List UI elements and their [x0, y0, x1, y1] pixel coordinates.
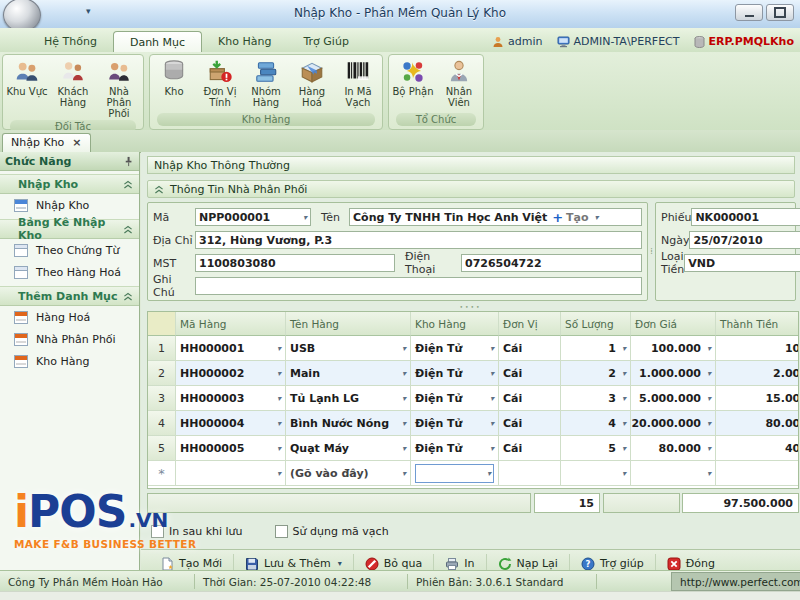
close-tab-icon[interactable]: ×: [72, 137, 81, 148]
cell-don-gia[interactable]: 1.000.000: [631, 361, 716, 386]
dropdown-icon[interactable]: [487, 419, 494, 428]
cell-don-vi[interactable]: Cái: [499, 361, 561, 386]
dropdown-icon[interactable]: [399, 369, 406, 378]
cell-ten-hang[interactable]: (Gõ vào đây): [286, 461, 411, 486]
cell-kho-hang-editor[interactable]: [411, 461, 499, 486]
cell-kho-hang[interactable]: Điện Tử: [411, 411, 499, 436]
dropdown-icon[interactable]: [484, 469, 491, 478]
address-field[interactable]: [195, 231, 642, 249]
dropdown-icon[interactable]: [704, 444, 711, 453]
cell-so-luong[interactable]: 3: [561, 386, 631, 411]
cell-ten-hang[interactable]: Quạt Máy: [286, 436, 411, 461]
tab-he-thong[interactable]: Hệ Thống: [28, 31, 113, 52]
sidebar-item-kho-hang[interactable]: Kho Hàng: [0, 350, 139, 372]
cell-so-luong[interactable]: [561, 461, 631, 486]
status-url[interactable]: http://www.perfect.com.vn: [671, 572, 800, 591]
sidebar-item-nhap-kho[interactable]: Nhập Kho: [0, 194, 139, 216]
new-row-indicator[interactable]: *: [148, 461, 176, 486]
cell-so-luong[interactable]: 5: [561, 436, 631, 461]
date-field[interactable]: [689, 231, 800, 249]
active-cell-editor[interactable]: [415, 464, 494, 483]
column-header-ma-hang[interactable]: Mã Hàng: [176, 312, 286, 336]
supplier-name-field[interactable]: Công Ty TNHH Tin Học Anh Việt + Tạo: [349, 208, 642, 226]
collapse-chevron-icon[interactable]: [123, 180, 133, 189]
dropdown-icon[interactable]: [619, 444, 626, 453]
cell-thanh-tien[interactable]: 400.000: [716, 436, 799, 461]
dropdown-icon[interactable]: [487, 369, 494, 378]
cell-don-gia[interactable]: 80.000: [631, 436, 716, 461]
cell-thanh-tien[interactable]: 15.000.000: [716, 386, 799, 411]
dropdown-icon[interactable]: [300, 213, 307, 222]
dropdown-icon[interactable]: [592, 213, 599, 222]
cell-ma-hang[interactable]: HH000001: [176, 336, 286, 361]
cell-ten-hang[interactable]: Tủ Lạnh LG: [286, 386, 411, 411]
minimize-button[interactable]: [735, 4, 763, 21]
sidebar-item-theo-chung-tu[interactable]: Theo Chứng Từ: [0, 239, 139, 261]
cell-ma-hang[interactable]: HH000002: [176, 361, 286, 386]
vertical-splitter[interactable]: ⁞: [648, 202, 655, 301]
cell-don-vi[interactable]: Cái: [499, 436, 561, 461]
ribbon-button-nha-phan-phoi[interactable]: Nhà Phân Phối: [96, 56, 142, 119]
sidebar-section-bang-ke-nhap-kho[interactable]: Bảng Kê Nhập Kho: [0, 219, 139, 239]
tab-tro-giup[interactable]: Trợ Giúp: [287, 31, 364, 52]
row-selector-header[interactable]: [148, 312, 176, 336]
cell-thanh-tien[interactable]: 100.000: [716, 336, 799, 361]
cell-so-luong[interactable]: 2: [561, 361, 631, 386]
cell-don-vi[interactable]: Cái: [499, 411, 561, 436]
horizontal-splitter[interactable]: [141, 301, 800, 311]
dropdown-icon[interactable]: [487, 344, 494, 353]
row-number[interactable]: 1: [148, 336, 176, 361]
dropdown-icon[interactable]: [704, 369, 711, 378]
dropdown-icon[interactable]: [274, 419, 281, 428]
dropdown-icon[interactable]: [274, 444, 281, 453]
tax-code-field[interactable]: [195, 254, 395, 272]
receipt-number-field[interactable]: [691, 208, 800, 226]
cell-ma-hang[interactable]: HH000005: [176, 436, 286, 461]
cell-don-vi[interactable]: Cái: [499, 386, 561, 411]
dropdown-icon[interactable]: [399, 444, 406, 453]
dropdown-icon[interactable]: [274, 369, 281, 378]
supplier-code-combobox[interactable]: NPP000001: [195, 208, 311, 226]
checkbox-icon[interactable]: [275, 525, 288, 538]
cell-ma-hang[interactable]: [176, 461, 286, 486]
dropdown-icon[interactable]: ▾: [338, 559, 342, 568]
dropdown-icon[interactable]: [487, 394, 494, 403]
collapse-chevron-icon[interactable]: [123, 225, 133, 234]
cell-thanh-tien[interactable]: 2.000.000: [716, 361, 799, 386]
dropdown-icon[interactable]: [399, 419, 406, 428]
dropdown-icon[interactable]: [399, 394, 406, 403]
dropdown-icon[interactable]: [619, 369, 626, 378]
cell-kho-hang[interactable]: Điện Tử: [411, 436, 499, 461]
cell-kho-hang[interactable]: Điện Tử: [411, 361, 499, 386]
column-header-don-vi[interactable]: Đơn Vị: [499, 312, 561, 336]
dropdown-icon[interactable]: [704, 419, 711, 428]
restore-button[interactable]: [766, 4, 794, 21]
note-field[interactable]: [195, 277, 642, 295]
use-barcode-checkbox[interactable]: Sử dụng mã vạch: [275, 525, 389, 538]
document-tab-nhap-kho[interactable]: Nhập Kho ×: [2, 133, 91, 152]
ribbon-button-in-ma-vach[interactable]: In Mã Vạch: [335, 56, 381, 112]
dropdown-icon[interactable]: [399, 469, 406, 478]
tab-danh-muc[interactable]: Danh Mục: [113, 31, 202, 52]
dropdown-icon[interactable]: [399, 344, 406, 353]
cell-ma-hang[interactable]: HH000003: [176, 386, 286, 411]
ribbon-button-khach-hang[interactable]: Khách Hàng: [50, 56, 96, 119]
dropdown-icon[interactable]: [619, 469, 626, 478]
phone-field[interactable]: [461, 254, 642, 272]
ribbon-button-bo-phan[interactable]: Bộ Phận: [390, 56, 436, 112]
ribbon-button-don-vi-tinh[interactable]: Đơn Vị Tính: [197, 56, 243, 112]
dropdown-icon[interactable]: [704, 344, 711, 353]
ribbon-button-hang-hoa[interactable]: Hàng Hoá: [289, 56, 335, 112]
ribbon-button-nhom-hang[interactable]: Nhóm Hàng: [243, 56, 289, 112]
column-header-thanh-tien[interactable]: Thành Tiền: [716, 312, 799, 336]
dropdown-icon[interactable]: [274, 469, 281, 478]
tab-kho-hang[interactable]: Kho Hàng: [202, 31, 287, 52]
cell-ten-hang[interactable]: Bình Nước Nóng: [286, 411, 411, 436]
cell-thanh-tien[interactable]: [716, 461, 799, 486]
row-number[interactable]: 4: [148, 411, 176, 436]
cell-don-vi[interactable]: Cái: [499, 336, 561, 361]
dropdown-icon[interactable]: [619, 419, 626, 428]
cell-so-luong[interactable]: 1: [561, 336, 631, 361]
cell-kho-hang[interactable]: Điện Tử: [411, 386, 499, 411]
cell-ma-hang[interactable]: HH000004: [176, 411, 286, 436]
